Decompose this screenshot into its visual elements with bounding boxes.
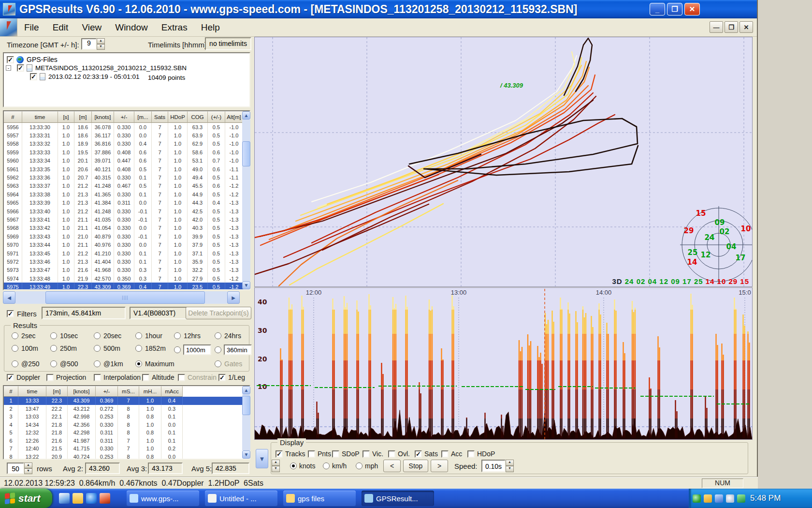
radio-icon[interactable] <box>135 360 142 367</box>
checkbox-icon[interactable] <box>332 450 339 458</box>
tree-expander-icon[interactable]: - <box>6 65 11 71</box>
checkbox-icon[interactable] <box>388 450 395 458</box>
results-table-vscrollbar[interactable]: ▲ ▼ <box>242 386 250 459</box>
radio-icon[interactable] <box>50 332 57 339</box>
task-ie[interactable]: www.gps-... <box>127 491 199 506</box>
mdi-minimize-button[interactable]: — <box>710 21 723 33</box>
column-header[interactable]: (+/-) <box>208 111 225 123</box>
checkbox-icon[interactable]: ✓ <box>7 374 14 381</box>
column-header[interactable]: Alt[m] <box>225 111 243 123</box>
speed-step-input[interactable]: 0.10s <box>481 460 506 472</box>
track-map[interactable]: 0902240412172515291014 / 43.309 3D 24 02… <box>254 37 753 287</box>
table-row[interactable]: 597113:33:451.021.241.2100.3300.171.037.… <box>4 249 249 257</box>
filters-checkbox[interactable]: ✓ <box>7 310 14 317</box>
table-row[interactable]: 596613:33:401.021.241.2480.330-0.171.042… <box>4 207 249 215</box>
display-spinner[interactable]: ▲▼ <box>272 460 280 472</box>
menu-file[interactable]: File <box>17 20 46 35</box>
table-row[interactable]: 213:4722.243.2120.27281.00.3 <box>4 405 249 413</box>
column-header[interactable]: mH... <box>139 386 161 397</box>
radio-icon[interactable] <box>12 360 18 367</box>
column-header[interactable]: +/- <box>114 111 134 123</box>
table-row[interactable]: 512:3221.842.2980.31180.80.1 <box>4 429 249 437</box>
radio-icon[interactable] <box>12 345 18 352</box>
delete-trackpoints-button[interactable]: Delete Trackpoint(s) <box>186 307 251 319</box>
checkbox-icon[interactable] <box>308 450 315 458</box>
table-row[interactable]: 813:2220.940.7240.25380.80.0 <box>4 453 249 460</box>
checkbox-icon[interactable] <box>467 450 475 458</box>
scroll-down-icon[interactable]: ▼ <box>242 450 250 459</box>
media-quicklaunch-icon[interactable] <box>100 493 110 504</box>
table-row[interactable]: 596513:33:391.021.341.3840.3110.071.044.… <box>4 199 249 207</box>
table-row[interactable]: 596313:33:371.021.241.2480.4670.571.045.… <box>4 182 249 190</box>
checkbox-icon[interactable] <box>94 374 101 381</box>
restore-button[interactable]: ❐ <box>667 3 682 15</box>
radio-icon[interactable] <box>94 345 101 352</box>
radio-icon[interactable] <box>135 332 142 339</box>
column-header[interactable]: # <box>4 386 18 397</box>
radio-icon[interactable] <box>215 360 221 367</box>
menu-edit[interactable]: Edit <box>46 20 75 35</box>
table-row[interactable]: 313:0322.142.9980.25380.80.1 <box>4 413 249 421</box>
network-tray-icon[interactable] <box>715 494 723 503</box>
radio-icon[interactable] <box>50 345 57 352</box>
radio-icon[interactable] <box>290 463 297 469</box>
step-forward-button[interactable]: > <box>431 460 448 472</box>
table-row[interactable]: 595713:33:311.018.636.1170.3300.071.063.… <box>4 131 249 139</box>
table-row[interactable]: 597013:33:441.021.140.9760.3300.071.037.… <box>4 240 249 249</box>
radio-icon[interactable] <box>94 332 101 339</box>
table-row[interactable]: 596413:33:381.021.341.3650.3300.171.044.… <box>4 190 249 198</box>
hscroll-thumb[interactable]: |||| <box>45 291 205 304</box>
pane-scroll-down-icon[interactable]: ▼ <box>256 449 268 468</box>
tree-session-checkbox[interactable]: ✓ <box>30 73 37 80</box>
show-desktop-icon[interactable] <box>59 493 70 504</box>
mdi-close-button[interactable]: ✕ <box>740 21 753 33</box>
scroll-up-icon[interactable]: ▲ <box>242 386 250 394</box>
table-row[interactable]: 597413:33:481.021.942.5700.3500.371.027.… <box>4 274 249 283</box>
checkbox-icon[interactable] <box>441 450 449 458</box>
tree-root-checkbox[interactable]: ✓ <box>7 56 14 63</box>
column-header[interactable]: [knots] <box>68 386 96 397</box>
radio-icon[interactable] <box>94 360 101 367</box>
table-row[interactable]: 596913:33:431.021.040.8790.330-0.171.039… <box>4 232 249 240</box>
table-row[interactable]: 596013:33:341.020.139.0710.4470.671.053.… <box>4 157 249 165</box>
menu-help[interactable]: Help <box>194 20 227 35</box>
result-interval-input[interactable]: 1000m <box>183 344 211 355</box>
speed-graph[interactable]: 12:0013:0014:0015:040302010 <box>254 287 753 440</box>
checkbox-icon[interactable]: ✓ <box>415 450 422 458</box>
scroll-up-icon[interactable]: ▲ <box>242 111 250 120</box>
table-row[interactable]: 597513:33:491.022.343.3090.3690.471.023.… <box>4 283 249 290</box>
radio-icon[interactable] <box>12 332 18 339</box>
volume-tray-icon[interactable] <box>726 494 734 503</box>
menu-view[interactable]: View <box>75 20 108 35</box>
checkbox-icon[interactable]: ✓ <box>218 374 226 381</box>
timezone-spinner[interactable]: ▲▼ <box>97 38 105 50</box>
menu-extras[interactable]: Extras <box>155 20 194 35</box>
column-header[interactable]: +/- <box>96 386 118 397</box>
radio-icon[interactable] <box>215 346 221 353</box>
step-back-button[interactable]: < <box>383 460 401 472</box>
column-header[interactable]: [m... <box>134 111 152 123</box>
column-header[interactable]: [s] <box>58 111 74 123</box>
speed-graph-canvas[interactable]: 12:0013:0014:0015:040302010 <box>255 288 752 439</box>
table-row[interactable]: 596713:33:411.021.141.0350.330-0.171.042… <box>4 215 249 224</box>
column-header[interactable]: mS... <box>118 386 139 397</box>
title-bar[interactable]: GPSResults V6.90 - 12.06.2010 - www.gps-… <box>0 0 757 18</box>
track-map-canvas[interactable]: 0902240412172515291014 <box>255 37 752 286</box>
minimize-button[interactable]: _ <box>650 3 665 15</box>
close-button[interactable]: ✕ <box>684 3 700 15</box>
results-table[interactable]: #time[m][knots]+/-mS...mH...mAcc113:3322… <box>3 385 250 460</box>
vscroll-thumb[interactable] <box>242 396 250 415</box>
rows-count-input[interactable]: 50 <box>7 463 24 474</box>
column-header[interactable]: Sats <box>152 111 168 123</box>
radio-icon[interactable] <box>356 463 362 469</box>
speed-spinner[interactable]: ▲▼ <box>506 460 514 472</box>
checkbox-icon[interactable] <box>178 374 185 381</box>
tree-root-label[interactable]: GPS-Files <box>27 56 58 63</box>
rows-spinner[interactable]: ▲▼ <box>24 463 32 474</box>
table-row[interactable]: 597213:33:461.021.341.4040.3300.171.035.… <box>4 257 249 266</box>
column-header[interactable]: mAcc <box>161 386 183 397</box>
task-folder[interactable]: gps files <box>283 491 356 506</box>
scroll-down-icon[interactable]: ▼ <box>242 281 250 289</box>
table-row[interactable]: 595613:33:301.018.636.0780.3300.071.063.… <box>4 123 249 131</box>
scroll-right-icon[interactable]: ▶ <box>227 291 240 304</box>
